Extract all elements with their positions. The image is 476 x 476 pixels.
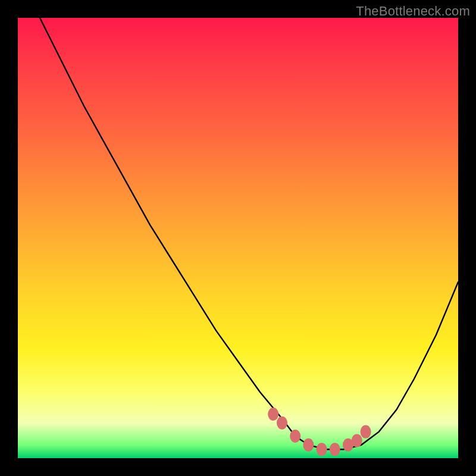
highlight-dot bbox=[290, 430, 300, 443]
highlight-dot bbox=[303, 439, 314, 452]
highlight-dot bbox=[361, 425, 371, 439]
bottleneck-curve-path bbox=[40, 18, 458, 449]
highlight-dot bbox=[317, 443, 327, 456]
highlight-dots-group bbox=[268, 408, 371, 456]
highlight-dot bbox=[277, 416, 287, 430]
highlight-dot bbox=[330, 443, 340, 456]
highlight-dot bbox=[352, 434, 362, 447]
curve-svg bbox=[18, 18, 458, 458]
plot-area bbox=[18, 18, 458, 458]
watermark-text: TheBottleneck.com bbox=[356, 4, 470, 19]
chart-frame: TheBottleneck.com bbox=[0, 0, 476, 476]
highlight-dot bbox=[268, 408, 278, 421]
